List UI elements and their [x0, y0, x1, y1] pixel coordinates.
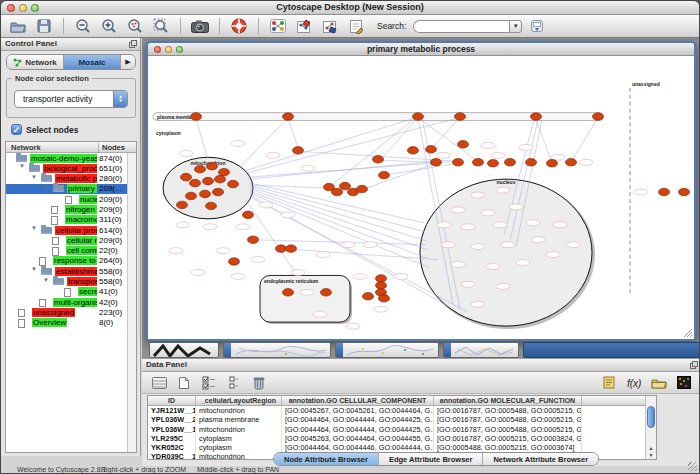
expander-icon[interactable]: ▼ [19, 163, 25, 169]
col-region[interactable]: _cellularLayoutRegion [196, 396, 282, 405]
gene-label-node[interactable] [341, 242, 355, 248]
network-tree-row[interactable]: nucleobase-209(0) [6, 194, 127, 204]
notes-icon[interactable] [598, 373, 620, 393]
search-input[interactable] [413, 20, 509, 33]
gene-node[interactable] [455, 113, 466, 121]
expander-icon[interactable]: ▼ [31, 266, 37, 272]
attribute-row[interactable]: YLR295Ccytoplasm[GO:0045263, GO:0044464,… [148, 433, 656, 442]
gene-label-node[interactable] [501, 242, 515, 248]
help-lifesaver-icon[interactable] [228, 16, 250, 36]
expander-icon[interactable]: ▼ [31, 225, 37, 231]
gene-label-node[interactable] [526, 220, 540, 226]
gene-node[interactable] [376, 282, 387, 290]
network-window-titlebar[interactable]: primary metabolic process [148, 43, 694, 56]
network-tree-row[interactable]: cell communicat22(0) [6, 246, 127, 256]
network-edge[interactable] [252, 185, 328, 188]
minimized-window-titlebar[interactable] [523, 342, 700, 358]
edit-network-alt-icon[interactable] [319, 16, 341, 36]
network-tree-row[interactable]: ▼transport558(0) [6, 277, 127, 287]
gene-label-node[interactable] [553, 222, 567, 228]
gene-node[interactable] [379, 171, 390, 179]
gene-label-node[interactable] [471, 244, 485, 250]
gene-node[interactable] [373, 155, 384, 163]
tab-edge-attribute-browser[interactable]: Edge Attribute Browser [379, 453, 483, 465]
network-tree-row[interactable]: macromolecule311(0) [6, 215, 127, 225]
tab-network-attribute-browser[interactable]: Network Attribute Browser [483, 453, 598, 465]
gene-label-node[interactable] [251, 257, 265, 263]
network-edge[interactable] [281, 249, 438, 260]
expander-icon[interactable]: ▼ [43, 184, 49, 190]
attribute-row[interactable]: YKR052Ccytoplasm[GO:0044464, GO:0044446,… [148, 443, 656, 452]
expander-icon[interactable]: ▼ [43, 277, 49, 283]
network-edge[interactable] [244, 118, 416, 172]
gene-label-node[interactable] [313, 311, 327, 317]
gene-node[interactable] [526, 158, 537, 166]
gene-label-node[interactable] [509, 204, 523, 210]
gene-node[interactable] [228, 180, 239, 188]
network-tree-row[interactable]: ▼biological_process651(0) [6, 163, 127, 173]
network-tree-row[interactable]: mosaic-demo-yeast874(0) [6, 153, 127, 163]
gene-label-node[interactable] [634, 189, 648, 195]
gene-label-node[interactable] [291, 269, 305, 275]
attribute-table-icon[interactable] [148, 373, 170, 393]
gene-node[interactable] [547, 159, 558, 167]
network-tree-row[interactable]: multi-organism pro42(0) [6, 297, 127, 307]
gene-node[interactable] [357, 185, 368, 193]
gene-label-node[interactable] [481, 142, 495, 148]
gene-node[interactable] [195, 165, 206, 173]
vizmapper-icon[interactable] [267, 16, 289, 36]
float-data-panel-icon[interactable] [690, 361, 698, 371]
gene-label-node[interactable] [493, 222, 507, 228]
gene-node[interactable] [321, 289, 332, 297]
gene-node[interactable] [458, 141, 469, 149]
network-tree-row[interactable]: ▼cellular process614(0) [6, 225, 127, 235]
gene-node[interactable] [426, 146, 437, 154]
canvas-resize-grip[interactable] [684, 329, 692, 337]
gene-label-node[interactable] [441, 242, 455, 248]
gene-label-node[interactable] [496, 283, 510, 289]
gene-node[interactable] [203, 177, 214, 185]
tab-mosaic[interactable]: Mosaic [64, 55, 121, 69]
gene-node[interactable] [431, 158, 442, 166]
gene-label-node[interactable] [301, 165, 315, 171]
tab-node-attribute-browser[interactable]: Node Attribute Browser [274, 453, 379, 465]
gene-label-node[interactable] [300, 289, 314, 295]
gene-label-node[interactable] [236, 224, 250, 230]
gene-label-node[interactable] [486, 264, 500, 270]
network-edge[interactable] [196, 120, 208, 160]
gene-label-node[interactable] [394, 273, 408, 279]
gene-node[interactable] [283, 113, 294, 121]
network-tree-row[interactable]: unassigned223(0) [6, 307, 127, 317]
gene-label-node[interactable] [191, 269, 205, 275]
float-panel-icon[interactable] [129, 40, 137, 50]
minimized-window-thumbnail[interactable] [335, 342, 439, 358]
gene-node[interactable] [283, 289, 294, 297]
gene-node[interactable] [219, 168, 230, 176]
network-tree-row[interactable]: cellular metabo209(0) [6, 235, 127, 245]
gene-label-node[interactable] [176, 222, 190, 228]
window-resize-grip[interactable] [688, 462, 697, 471]
gene-node[interactable] [186, 192, 197, 200]
minimized-window-thumbnail[interactable] [443, 342, 519, 358]
gene-label-node[interactable] [231, 273, 245, 279]
gene-node[interactable] [488, 159, 499, 167]
gene-node[interactable] [243, 211, 254, 219]
minimized-window-thumbnail[interactable] [223, 342, 331, 358]
gene-label-node[interactable] [231, 140, 245, 146]
gene-node[interactable] [229, 258, 240, 266]
gene-node[interactable] [213, 188, 224, 196]
network-tree-row[interactable]: ▼metabolic process280(0) [6, 174, 127, 184]
gene-node[interactable] [376, 275, 387, 283]
tree-col-network[interactable]: Network [11, 143, 41, 152]
gene-node[interactable] [340, 182, 351, 190]
gene-node[interactable] [206, 202, 217, 210]
tab-network[interactable]: Network [7, 55, 64, 69]
gene-node[interactable] [379, 295, 390, 303]
zoom-fit-icon[interactable] [150, 16, 172, 36]
expander-icon[interactable]: ▼ [31, 174, 37, 180]
select-nodes-checkbox[interactable]: ✓ [11, 124, 22, 135]
gene-node[interactable] [276, 245, 287, 253]
network-edge[interactable] [288, 118, 298, 149]
tree-scrollbar[interactable] [127, 153, 136, 452]
gene-label-node[interactable] [531, 237, 545, 243]
